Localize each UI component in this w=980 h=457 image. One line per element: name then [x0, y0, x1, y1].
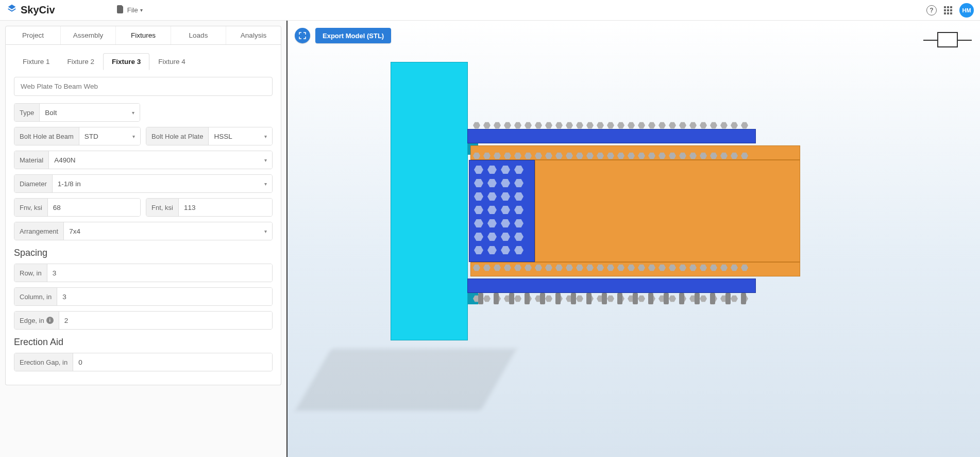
tab-assembly[interactable]: Assembly — [60, 26, 115, 44]
bolt-grid-web — [474, 165, 523, 255]
topbar-right: ? HM — [926, 3, 974, 18]
erection-gap-input[interactable] — [73, 353, 272, 371]
tab-analysis[interactable]: Analysis — [226, 26, 281, 44]
main-tabs: Project Assembly Fixtures Loads Analysis — [5, 26, 281, 45]
tab-fixtures[interactable]: Fixtures — [115, 26, 171, 44]
erection-gap-label: Erection Gap, in — [14, 353, 73, 371]
erection-heading: Erection Aid — [14, 337, 273, 348]
chevron-down-icon: ▾ — [264, 228, 267, 234]
file-menu-label: File — [127, 6, 138, 14]
material-select[interactable]: A490N ▾ — [49, 151, 272, 169]
column-spacing-label: Column, in — [14, 288, 57, 305]
arrangement-label: Arrangement — [14, 222, 64, 240]
subtab-fixture-3[interactable]: Fixture 3 — [103, 53, 149, 70]
brand-logo[interactable]: SkyCiv — [6, 3, 55, 17]
file-menu[interactable]: File ▾ — [117, 5, 143, 15]
bolt-row-flange-bot — [473, 264, 748, 271]
fnv-label: Fnv, ksi — [14, 199, 48, 216]
row-spacing-input[interactable] — [47, 264, 272, 282]
chevron-down-icon: ▾ — [132, 110, 134, 116]
model-column — [391, 62, 468, 340]
left-panel: Project Assembly Fixtures Loads Analysis… — [0, 21, 288, 457]
bolt-row-flange-top — [473, 152, 748, 159]
brand-text: SkyCiv — [21, 4, 55, 16]
edge-spacing-label: Edge, in i — [14, 312, 59, 329]
subtab-fixture-1[interactable]: Fixture 1 — [14, 53, 59, 70]
tab-loads[interactable]: Loads — [171, 26, 226, 44]
file-icon — [117, 5, 124, 15]
fnt-input[interactable] — [179, 199, 273, 216]
fixture-tabs: Fixture 1 Fixture 2 Fixture 3 Fixture 4 — [14, 53, 273, 71]
subtab-fixture-2[interactable]: Fixture 2 — [59, 53, 104, 70]
model-shadow — [295, 349, 516, 411]
type-label: Type — [14, 104, 40, 121]
tab-project[interactable]: Project — [6, 26, 60, 44]
diameter-select[interactable]: 1-1/8 in ▾ — [53, 175, 272, 192]
arrangement-select[interactable]: 7x4 ▾ — [64, 222, 272, 240]
avatar[interactable]: HM — [959, 3, 974, 18]
bolt-hole-beam-select[interactable]: STD ▾ — [79, 127, 140, 145]
spacing-heading: Spacing — [14, 248, 273, 258]
row-spacing-label: Row, in — [14, 264, 47, 282]
material-label: Material — [14, 151, 49, 169]
chevron-down-icon: ▾ — [264, 134, 267, 139]
chevron-down-icon: ▾ — [264, 181, 267, 187]
chevron-down-icon: ▾ — [140, 7, 143, 13]
fixture-title: Web Plate To Beam Web — [14, 77, 273, 96]
subtab-fixture-4[interactable]: Fixture 4 — [149, 53, 194, 70]
model-3d — [391, 62, 813, 356]
diameter-label: Diameter — [14, 175, 53, 192]
chevron-down-icon: ▾ — [132, 134, 135, 139]
chevron-down-icon: ▾ — [264, 157, 267, 163]
type-select[interactable]: Bolt ▾ — [40, 104, 140, 121]
top-bar: SkyCiv File ▾ ? HM — [0, 0, 980, 21]
column-spacing-input[interactable] — [57, 288, 272, 305]
model-top-plate — [467, 129, 756, 143]
fnt-label: Fnt, ksi — [146, 199, 179, 216]
model-beam-web — [535, 160, 800, 262]
viewport-toolbar: Export Model (STL) — [295, 28, 391, 43]
view-cube[interactable] — [931, 31, 965, 48]
main-content: Project Assembly Fixtures Loads Analysis… — [0, 21, 980, 457]
bolt-pins-bottom — [478, 293, 746, 304]
brand-icon — [6, 3, 18, 17]
bolt-hole-plate-select[interactable]: HSSL ▾ — [209, 127, 272, 145]
model-bottom-plate — [467, 279, 756, 293]
viewport-3d[interactable]: Export Model (STL) — [288, 21, 980, 457]
expand-button[interactable] — [295, 28, 310, 43]
bolt-hole-plate-label: Bolt Hole at Plate — [146, 127, 209, 145]
info-icon[interactable]: i — [46, 317, 54, 324]
panel-body: Fixture 1 Fixture 2 Fixture 3 Fixture 4 … — [5, 45, 281, 385]
help-icon[interactable]: ? — [926, 5, 937, 15]
apps-icon[interactable] — [944, 6, 952, 14]
bolt-row-top — [473, 122, 748, 129]
fnv-input[interactable] — [48, 199, 141, 216]
edge-spacing-input[interactable] — [59, 312, 272, 329]
export-model-button[interactable]: Export Model (STL) — [315, 28, 391, 43]
bolt-hole-beam-label: Bolt Hole at Beam — [14, 127, 79, 145]
